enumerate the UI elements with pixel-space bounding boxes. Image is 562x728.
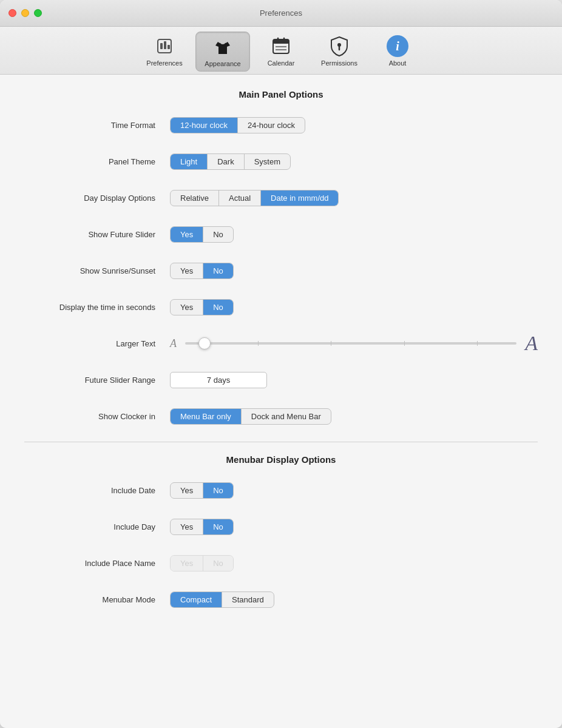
titlebar: Preferences [0, 0, 562, 27]
future-slider-range-input[interactable]: 7 days [170, 372, 267, 388]
include-place-yes: Yes [171, 556, 203, 571]
include-date-no[interactable]: No [203, 483, 233, 498]
include-date-segmented: Yes No [170, 482, 234, 499]
tab-about[interactable]: i About [370, 32, 425, 72]
menubar-mode-row: Menubar Mode Compact Standard [24, 586, 538, 613]
future-slider-segmented: Yes No [170, 226, 234, 243]
day-date-mmm[interactable]: Date in mmm/dd [261, 190, 338, 206]
show-sunrise-label: Show Sunrise/Sunset [24, 266, 170, 275]
larger-text-control: A A [170, 332, 538, 355]
main-panel-title: Main Panel Options [24, 89, 538, 99]
text-size-slider-container: A A [170, 332, 538, 355]
future-slider-yes[interactable]: Yes [171, 227, 203, 242]
maximize-button[interactable] [34, 9, 42, 17]
window-title: Preferences [260, 8, 302, 18]
larger-text-row: Larger Text A A [24, 330, 538, 357]
include-day-label: Include Day [24, 522, 170, 531]
svg-rect-2 [164, 41, 166, 49]
minimize-button[interactable] [21, 9, 29, 17]
larger-text-label: Larger Text [24, 339, 170, 348]
include-date-label: Include Date [24, 486, 170, 495]
menubar-panel-title: Menubar Display Options [24, 454, 538, 465]
day-display-segmented: Relative Actual Date in mmm/dd [170, 190, 339, 206]
sunrise-yes[interactable]: Yes [171, 263, 203, 278]
show-sunrise-control: Yes No [170, 263, 538, 279]
tab-preferences-label: Preferences [146, 59, 182, 67]
time-format-control: 12-hour clock 24-hour clock [170, 117, 538, 133]
clocker-dock-menubar[interactable]: Dock and Menu Bar [242, 409, 331, 424]
theme-dark[interactable]: Dark [208, 154, 244, 169]
day-display-label: Day Display Options [24, 194, 170, 203]
day-display-control: Relative Actual Date in mmm/dd [170, 190, 538, 206]
day-actual[interactable]: Actual [219, 190, 261, 206]
about-icon: i [387, 35, 408, 57]
time-format-segmented: 12-hour clock 24-hour clock [170, 117, 305, 133]
tab-calendar[interactable]: Calendar [254, 32, 308, 72]
sunrise-no[interactable]: No [203, 263, 233, 278]
future-slider-no[interactable]: No [203, 227, 233, 242]
day-relative[interactable]: Relative [171, 190, 219, 206]
include-date-row: Include Date Yes No [24, 477, 538, 504]
time-seconds-label: Display the time in seconds [24, 303, 170, 312]
include-day-row: Include Day Yes No [24, 513, 538, 540]
time-format-row: Time Format 12-hour clock 24-hour clock [24, 112, 538, 138]
include-day-control: Yes No [170, 519, 538, 535]
menubar-compact[interactable]: Compact [171, 592, 222, 607]
future-slider-range-control: 7 days [170, 372, 538, 388]
include-day-yes[interactable]: Yes [171, 519, 203, 534]
menubar-mode-control: Compact Standard [170, 592, 538, 608]
text-size-thumb[interactable] [198, 337, 211, 349]
clocker-menubar-only[interactable]: Menu Bar only [171, 409, 242, 424]
include-place-no: No [203, 556, 233, 571]
show-clocker-control: Menu Bar only Dock and Menu Bar [170, 408, 538, 425]
app-window: Preferences Preferences [0, 0, 562, 728]
show-future-slider-label: Show Future Slider [24, 230, 170, 239]
seconds-yes[interactable]: Yes [171, 300, 203, 315]
include-date-control: Yes No [170, 482, 538, 499]
svg-rect-1 [160, 43, 163, 49]
show-future-slider-control: Yes No [170, 226, 538, 243]
show-future-slider-row: Show Future Slider Yes No [24, 221, 538, 248]
seconds-no[interactable]: No [203, 300, 233, 315]
tab-appearance[interactable]: Appearance [195, 32, 250, 72]
permissions-icon [328, 35, 350, 57]
svg-rect-5 [273, 39, 289, 44]
time-seconds-control: Yes No [170, 299, 538, 315]
tab-preferences[interactable]: Preferences [137, 32, 192, 72]
content-area: Main Panel Options Time Format 12-hour c… [0, 75, 562, 728]
large-a-label: A [525, 332, 538, 355]
toolbar: Preferences Appearance [0, 27, 562, 75]
include-place-control: Yes No [170, 555, 538, 571]
include-date-yes[interactable]: Yes [171, 483, 203, 498]
include-place-label: Include Place Name [24, 559, 170, 568]
panel-theme-segmented: Light Dark System [170, 153, 291, 170]
time-seconds-segmented: Yes No [170, 299, 234, 315]
theme-light[interactable]: Light [171, 154, 208, 169]
future-slider-range-row: Future Slider Range 7 days [24, 366, 538, 393]
traffic-lights [8, 9, 42, 17]
include-day-segmented: Yes No [170, 519, 234, 535]
text-size-track[interactable] [185, 342, 516, 345]
show-clocker-label: Show Clocker in [24, 412, 170, 421]
tab-permissions-label: Permissions [321, 59, 357, 67]
day-display-row: Day Display Options Relative Actual Date… [24, 184, 538, 211]
close-button[interactable] [8, 9, 16, 17]
preferences-icon [154, 35, 175, 57]
tab-appearance-label: Appearance [205, 60, 240, 67]
show-clocker-segmented: Menu Bar only Dock and Menu Bar [170, 408, 331, 425]
include-place-row: Include Place Name Yes No [24, 550, 538, 576]
sunrise-segmented: Yes No [170, 263, 234, 279]
panel-theme-label: Panel Theme [24, 157, 170, 166]
include-day-no[interactable]: No [203, 519, 233, 534]
menubar-standard[interactable]: Standard [222, 592, 274, 607]
panel-theme-row: Panel Theme Light Dark System [24, 148, 538, 175]
svg-rect-3 [168, 45, 170, 49]
time-format-24hr[interactable]: 24-hour clock [238, 118, 305, 133]
time-format-12hr[interactable]: 12-hour clock [171, 118, 238, 133]
show-sunrise-row: Show Sunrise/Sunset Yes No [24, 257, 538, 284]
theme-system[interactable]: System [245, 154, 290, 169]
future-slider-range-label: Future Slider Range [24, 376, 170, 385]
tab-permissions[interactable]: Permissions [312, 32, 367, 72]
calendar-icon [270, 35, 292, 57]
small-a-label: A [170, 337, 177, 350]
